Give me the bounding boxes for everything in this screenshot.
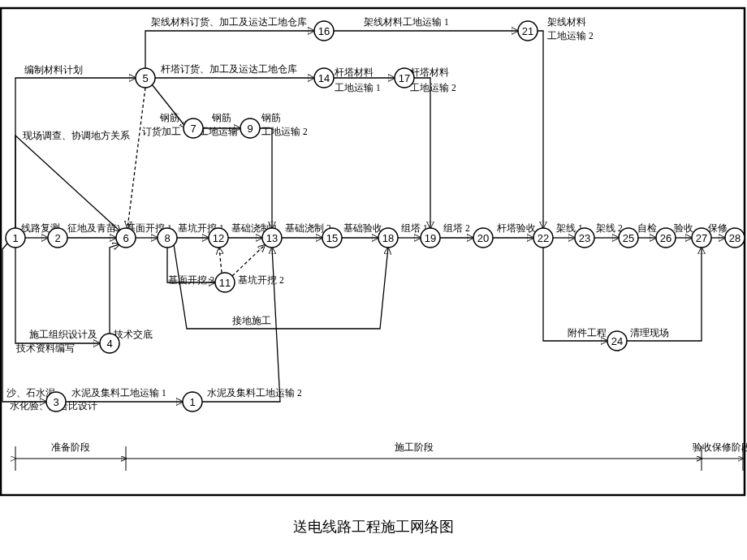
lbl-9b: 工地运输 2 <box>261 127 308 136</box>
lbl-7b: 工地运输 1 <box>199 127 245 136</box>
lbl-4-6: 技术交底 <box>113 329 153 339</box>
lbl-3-10: 水泥及集料工地运输 1 <box>71 388 166 398</box>
lbl-2-6: 征地及青苗 <box>67 223 116 233</box>
svg-text:19: 19 <box>425 232 436 244</box>
svg-text:27: 27 <box>696 232 707 244</box>
lbl-1-5: 编制材料计划 <box>24 64 83 75</box>
lbl-10-13: 水泥及集料工地运输 2 <box>207 388 302 398</box>
network-diagram: 线路复测 征地及青苗 编制材料计划 现场调查、协调地方关系 施工组织设计及 技术… <box>0 0 747 560</box>
svg-text:准备阶段: 准备阶段 <box>51 442 90 453</box>
svg-text:2: 2 <box>54 232 60 244</box>
svg-text:6: 6 <box>123 232 128 244</box>
edge-22-24 <box>543 248 607 341</box>
svg-text:22: 22 <box>538 232 549 244</box>
lbl-8-18: 接地施工 <box>232 315 271 325</box>
lbl-5-7a: 钢筋 <box>159 113 179 123</box>
edge-8-18 <box>174 244 388 329</box>
svg-text:25: 25 <box>623 232 634 244</box>
lbl-14a: 杆塔材料 <box>334 67 374 77</box>
svg-text:18: 18 <box>382 232 394 244</box>
svg-text:17: 17 <box>399 72 410 84</box>
edge-5-6-dummy <box>127 88 145 228</box>
svg-text:验收保修阶段: 验收保修阶段 <box>693 442 747 453</box>
svg-text:施工阶段: 施工阶段 <box>395 442 434 453</box>
lbl-5-16: 架线材料订货、加工及运达工地仓库 <box>151 16 307 28</box>
svg-text:8: 8 <box>164 232 170 244</box>
lbl-17a: 杆塔材料 <box>409 67 449 77</box>
edge-9-13 <box>260 128 272 228</box>
edge-17-19 <box>414 78 430 228</box>
lbl-1-4b: 技术资料编写 <box>15 342 75 353</box>
svg-text:1: 1 <box>12 232 18 244</box>
lbl-14b: 工地运输 1 <box>335 83 381 93</box>
lbl-26-27: 验收 <box>674 223 693 233</box>
svg-text:26: 26 <box>660 232 671 244</box>
lbl-22-24: 附件工程 <box>568 328 607 338</box>
nodes: 1 2 3 4 5 6 7 8 9 1 11 12 13 14 15 16 17… <box>6 21 745 411</box>
lbl-1-4a: 施工组织设计及 <box>29 330 97 339</box>
svg-text:9: 9 <box>247 123 253 135</box>
svg-text:14: 14 <box>318 72 330 84</box>
svg-text:4: 4 <box>106 338 112 350</box>
svg-text:11: 11 <box>219 277 231 289</box>
phase-axis: 准备阶段 施工阶段 验收保修阶段 <box>15 442 747 471</box>
lbl-16-21: 架线材料工地运输 1 <box>364 17 449 27</box>
lbl-24-27: 清理现场 <box>630 328 669 338</box>
diagram-title: 送电线路工程施工网络图 <box>293 519 454 535</box>
edge-4-6 <box>110 244 119 334</box>
lbl-5-14: 杆塔订货、加工及运达工地仓库 <box>160 63 297 75</box>
frame <box>1 8 745 495</box>
lbl-23-25: 架线 2 <box>596 223 623 233</box>
svg-text:1: 1 <box>189 396 195 408</box>
lbl-9a: 钢筋 <box>261 113 281 123</box>
svg-text:15: 15 <box>326 232 338 244</box>
edge-11-13 <box>232 245 265 276</box>
svg-text:16: 16 <box>318 25 330 37</box>
lbl-5-7b: 订货加工 <box>142 127 181 137</box>
edge-24-27 <box>627 248 702 341</box>
svg-text:20: 20 <box>477 232 489 244</box>
svg-text:28: 28 <box>729 232 741 244</box>
lbl-21-22a: 架线材料 <box>547 17 586 27</box>
edge-21-22 <box>538 31 543 228</box>
svg-text:12: 12 <box>213 232 224 244</box>
svg-text:3: 3 <box>53 396 58 408</box>
lbl-25-26: 自检 <box>637 223 657 233</box>
lbl-20-22: 杆塔验收 <box>496 223 536 233</box>
lbl-21-22b: 工地运输 2 <box>547 31 594 41</box>
edge-11-12 <box>219 248 222 273</box>
lbl-15-18: 基础验收 <box>343 223 382 233</box>
lbl-17b: 工地运输 2 <box>410 83 456 93</box>
lbl-27-28: 保修 <box>708 223 728 233</box>
svg-text:5: 5 <box>142 72 148 84</box>
svg-text:23: 23 <box>579 232 590 244</box>
edge-5-16 <box>145 31 314 68</box>
lbl-11a: 基面开挖 2 <box>168 275 214 285</box>
lbl-11b: 基坑开挖 2 <box>238 274 284 285</box>
lbl-7a: 钢筋 <box>211 113 231 123</box>
edge-1-3 <box>2 243 46 402</box>
lbl-1-6: 现场调查、协调地方关系 <box>23 130 130 140</box>
svg-text:7: 7 <box>190 123 196 135</box>
svg-text:21: 21 <box>522 25 533 37</box>
svg-text:24: 24 <box>611 335 623 347</box>
edge-1-5 <box>15 78 136 228</box>
svg-text:13: 13 <box>266 232 278 244</box>
lbl-19-20: 组塔 2 <box>443 223 470 233</box>
edge-1-6 <box>15 136 120 231</box>
